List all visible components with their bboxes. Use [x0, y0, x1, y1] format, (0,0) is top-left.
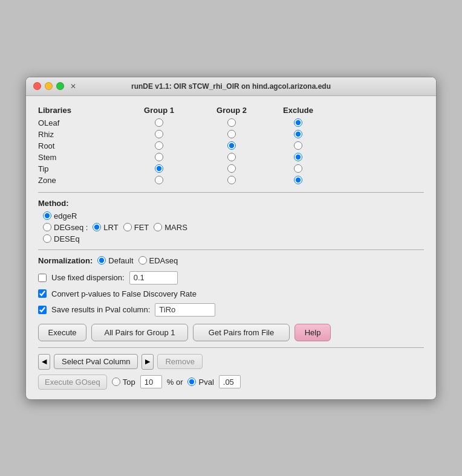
help-button[interactable]: Help: [294, 324, 331, 341]
pct-text: % or: [167, 378, 183, 387]
group2-root-radio[interactable]: [227, 141, 236, 150]
exclude-rhiz-radio[interactable]: [294, 130, 302, 138]
title-bar: ✕ runDE v1.1: OIR sTCW_rhi_OIR on hind.a…: [26, 77, 436, 96]
method-deseq-label[interactable]: DESEq: [43, 234, 80, 243]
group2-stem-radio[interactable]: [227, 153, 236, 161]
method-lrt-label[interactable]: LRT: [93, 223, 118, 232]
pval-go-radio[interactable]: [187, 378, 196, 386]
group1-tip-radio[interactable]: [155, 164, 163, 173]
fixed-dispersion-row: Use fixed dispersion:: [38, 271, 424, 285]
group2-oleaf-cell: [195, 118, 268, 127]
group1-stem-cell: [123, 153, 195, 161]
method-row-degseq: DEGseq : LRT FET MARS: [43, 223, 424, 232]
save-results-checkbox[interactable]: [38, 306, 47, 314]
top-value-input[interactable]: [140, 375, 162, 388]
maximize-button[interactable]: [56, 82, 64, 90]
main-window: ✕ runDE v1.1: OIR sTCW_rhi_OIR on hind.a…: [25, 77, 437, 400]
normalization-label: Normalization:: [38, 256, 93, 265]
group1-rhiz-radio[interactable]: [155, 130, 163, 138]
normalization-row: Normalization: Default EDAseq: [38, 256, 424, 265]
go-seq-row: Execute GOseq Top % or Pval: [38, 375, 424, 390]
save-results-input[interactable]: [155, 303, 215, 317]
norm-edaseq-radio[interactable]: [138, 256, 147, 265]
method-label: Method:: [38, 199, 424, 208]
method-mars-label[interactable]: MARS: [154, 223, 187, 232]
method-deseq-radio[interactable]: [43, 234, 51, 243]
group2-zone-cell: [195, 176, 268, 184]
method-edger-label[interactable]: edgeR: [43, 211, 77, 220]
group1-root-radio[interactable]: [155, 141, 163, 150]
norm-default-label[interactable]: Default: [97, 256, 133, 265]
lib-name-stem: Stem: [38, 153, 123, 162]
group2-tip-radio[interactable]: [227, 164, 236, 173]
lib-name-root: Root: [38, 141, 123, 150]
exclude-zone-cell: [268, 176, 328, 184]
save-results-label: Save results in Pval column:: [51, 305, 150, 314]
group2-zone-radio[interactable]: [227, 176, 236, 184]
group2-tip-cell: [195, 164, 268, 173]
close-button[interactable]: [33, 82, 41, 90]
exclude-zone-radio[interactable]: [294, 176, 302, 184]
convert-pvalues-row: Convert p-values to False Discovery Rate: [38, 289, 424, 298]
exclude-oleaf-radio[interactable]: [294, 118, 302, 127]
group1-zone-cell: [123, 176, 195, 184]
group2-oleaf-radio[interactable]: [227, 118, 236, 127]
execute-button[interactable]: Execute: [38, 324, 86, 341]
table-row: Stem: [38, 153, 424, 162]
fixed-dispersion-checkbox[interactable]: [38, 274, 47, 282]
exclude-stem-cell: [268, 153, 328, 161]
col-group1: Group 1: [123, 106, 195, 115]
select-pval-button[interactable]: Select Pval Column: [54, 354, 138, 369]
fixed-dispersion-input[interactable]: [129, 271, 178, 285]
divider-2: [38, 249, 424, 250]
pval-go-text: Pval: [198, 378, 213, 387]
method-degseq-radio[interactable]: [43, 223, 51, 231]
method-mars-radio[interactable]: [154, 223, 162, 231]
norm-edaq-label[interactable]: EDAseq: [138, 256, 178, 265]
content-area: Libraries Group 1 Group 2 Exclude OLeaf …: [26, 96, 436, 399]
execute-goseq-button[interactable]: Execute GOseq: [38, 375, 107, 390]
table-row: OLeaf: [38, 118, 424, 127]
method-edger-radio[interactable]: [43, 211, 51, 220]
divider-1: [38, 192, 424, 193]
lib-name-rhiz: Rhiz: [38, 130, 123, 139]
exclude-tip-radio[interactable]: [294, 164, 302, 173]
table-row: Root: [38, 141, 424, 150]
table-row: Rhiz: [38, 130, 424, 139]
exclude-oleaf-cell: [268, 118, 328, 127]
fixed-dispersion-label: Use fixed dispersion:: [51, 273, 125, 282]
group2-rhiz-cell: [195, 130, 268, 138]
get-pairs-button[interactable]: Get Pairs from File: [193, 324, 290, 341]
norm-default-radio[interactable]: [97, 256, 106, 265]
exclude-root-radio[interactable]: [294, 141, 302, 150]
method-lrt-radio[interactable]: [93, 223, 101, 231]
lib-name-zone: Zone: [38, 176, 123, 185]
traffic-lights: [33, 82, 64, 90]
table-row: Tip: [38, 164, 424, 173]
method-fet-radio[interactable]: [123, 223, 132, 231]
pval-left-arrow[interactable]: ◀: [38, 354, 50, 370]
group1-zone-radio[interactable]: [155, 176, 163, 184]
group1-stem-radio[interactable]: [155, 153, 163, 161]
top-radio-label[interactable]: Top: [112, 378, 135, 387]
minimize-button[interactable]: [45, 82, 53, 90]
method-options: edgeR DEGseq : LRT FET MARS: [43, 211, 424, 243]
pval-right-arrow[interactable]: ▶: [142, 354, 154, 370]
lib-name-tip: Tip: [38, 164, 123, 173]
table-row: Zone: [38, 176, 424, 185]
group2-rhiz-radio[interactable]: [227, 130, 236, 138]
exclude-root-cell: [268, 141, 328, 150]
method-fet-label[interactable]: FET: [123, 223, 149, 232]
pval-go-input[interactable]: [219, 375, 241, 388]
top-radio[interactable]: [112, 378, 120, 386]
group1-oleaf-radio[interactable]: [155, 118, 163, 127]
convert-pvalues-checkbox[interactable]: [38, 289, 47, 298]
all-pairs-button[interactable]: All Pairs for Group 1: [91, 324, 188, 341]
remove-button[interactable]: Remove: [157, 354, 202, 369]
exclude-stem-radio[interactable]: [294, 153, 302, 161]
method-degseq-label[interactable]: DEGseq :: [43, 223, 88, 232]
main-buttons-row: Execute All Pairs for Group 1 Get Pairs …: [38, 324, 424, 341]
method-row-edger: edgeR: [43, 211, 424, 220]
pval-radio-label[interactable]: Pval: [187, 378, 213, 387]
table-header: Libraries Group 1 Group 2 Exclude: [38, 106, 424, 115]
